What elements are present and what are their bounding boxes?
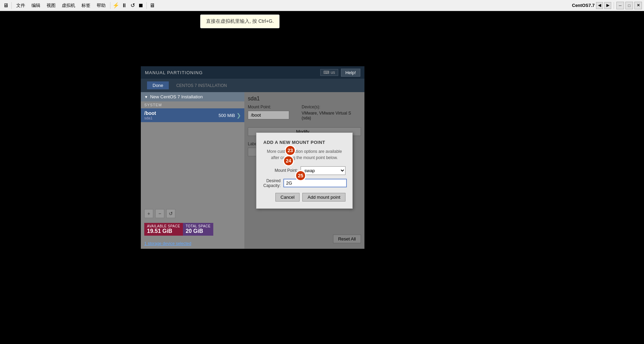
step-badge-23: 23 xyxy=(285,145,296,156)
toolbar-power-icon[interactable]: ⚡ xyxy=(112,2,120,9)
boot-name: /boot xyxy=(144,110,156,116)
dialog-overlay: ADD A NEW MOUNT POINT More customization… xyxy=(244,92,364,249)
available-space-box: AVAILABLE SPACE 19.51 GiB xyxy=(144,223,183,236)
boot-item-left: /boot sda1 xyxy=(144,110,156,120)
refresh-btn[interactable]: ↺ xyxy=(166,209,175,218)
remove-btn[interactable]: − xyxy=(155,209,164,218)
centos-right-label: CENTOS 7 INSTALLATION xyxy=(176,83,227,88)
toolbar-pause-icon[interactable]: ⏸ xyxy=(120,2,128,9)
available-space-label: AVAILABLE SPACE xyxy=(147,224,180,228)
nav-back-btn[interactable]: ◀ xyxy=(596,2,603,9)
total-space-box: TOTAL SPACE 20 GiB xyxy=(183,223,213,236)
dialog-title: ADD A NEW MOUNT POINT xyxy=(263,140,345,145)
right-panel: sda1 Mount Point: Device(s): VMware, VMw… xyxy=(244,92,364,249)
keyboard-icon: ⌨ xyxy=(323,70,329,75)
keyboard-indicator: ⌨ us xyxy=(320,69,338,76)
add-btn[interactable]: + xyxy=(144,209,153,218)
add-mount-point-button[interactable]: Add mount point xyxy=(302,193,345,202)
dialog-desc: More customization options are available… xyxy=(263,148,345,161)
menu-view[interactable]: 视图 xyxy=(44,2,58,9)
dialog-buttons: Cancel Add mount point xyxy=(263,193,345,202)
toolbar-sep-2 xyxy=(110,2,110,9)
menu-tags[interactable]: 标签 xyxy=(79,2,93,9)
chevron-right-icon: ❯ xyxy=(236,112,241,119)
storage-link[interactable]: 1 storage device selected xyxy=(141,239,244,249)
vm-header: MANUAL PARTITIONING ⌨ us Help! xyxy=(141,66,364,79)
toolbar-vm-icon[interactable]: 🖥 xyxy=(148,2,156,9)
total-space-label: TOTAL SPACE xyxy=(186,224,211,228)
system-label: SYSTEM xyxy=(141,101,244,108)
cancel-button[interactable]: Cancel xyxy=(275,193,300,202)
step-badge-25: 25 xyxy=(295,170,306,181)
dialog-capacity-input[interactable] xyxy=(283,179,347,187)
toolbar: 🖥 文件 编辑 视图 虚拟机 标签 帮助 ⚡ ⏸ ↺ ⏹ 🖥 CentOS7.7… xyxy=(0,0,644,11)
vm-header-title: MANUAL PARTITIONING xyxy=(145,70,203,75)
toolbar-icon-left[interactable]: 🖥 xyxy=(2,2,10,9)
menu-vm[interactable]: 虚拟机 xyxy=(59,2,78,9)
menu-file[interactable]: 文件 xyxy=(13,2,28,9)
keyboard-lang: us xyxy=(331,70,335,75)
nav-fwd-btn[interactable]: ▶ xyxy=(604,2,611,9)
boot-device: sda1 xyxy=(144,116,156,120)
boot-partition-item[interactable]: /boot sda1 500 MiB ❯ xyxy=(141,108,244,122)
tooltip: 直接在虚拟机里输入, 按 Ctrl+G. xyxy=(200,14,280,28)
boot-item-right: 500 MiB ❯ xyxy=(218,112,241,119)
help-button[interactable]: Help! xyxy=(341,69,360,77)
boot-size: 500 MiB xyxy=(218,113,235,118)
vm-header-right: ⌨ us Help! xyxy=(320,69,360,77)
done-button[interactable]: Done xyxy=(147,81,169,89)
available-space-value: 19.51 GiB xyxy=(147,228,180,234)
dialog-mount-label: Mount Point: xyxy=(263,168,298,173)
dialog: ADD A NEW MOUNT POINT More customization… xyxy=(256,132,353,209)
vm-content: ▼ New CentOS 7 Installation SYSTEM /boot… xyxy=(141,92,364,249)
toolbar-stop-icon[interactable]: ⏹ xyxy=(137,2,145,9)
menu-edit[interactable]: 编辑 xyxy=(29,2,43,9)
vm-title: CentOS7.7 xyxy=(572,3,595,8)
bottom-controls: + − ↺ xyxy=(141,206,244,221)
toolbar-sep-3 xyxy=(146,2,147,9)
dialog-mount-select[interactable]: swap / /boot /home xyxy=(301,166,345,175)
maximize-btn[interactable]: □ xyxy=(625,2,633,9)
step-badge-24: 24 xyxy=(283,155,294,166)
dialog-capacity-row: Desired Capacity: xyxy=(263,178,345,188)
toolbar-right: CentOS7.7 ◀ ▶ ─ □ ✕ xyxy=(572,2,642,9)
vm-window: MANUAL PARTITIONING ⌨ us Help! Done CENT… xyxy=(141,66,364,235)
space-bar: AVAILABLE SPACE 19.51 GiB TOTAL SPACE 20… xyxy=(141,221,244,239)
menu-help[interactable]: 帮助 xyxy=(94,2,108,9)
minimize-btn[interactable]: ─ xyxy=(616,2,624,9)
toolbar-reset-icon[interactable]: ↺ xyxy=(129,2,136,9)
left-panel: ▼ New CentOS 7 Installation SYSTEM /boot… xyxy=(141,92,244,249)
toolbar-sep-1 xyxy=(11,2,12,9)
new-centos-label: New CentOS 7 Installation xyxy=(150,94,203,99)
collapse-icon: ▼ xyxy=(144,95,148,99)
toolbar-sep-4 xyxy=(614,2,614,9)
close-btn[interactable]: ✕ xyxy=(634,2,642,9)
dialog-capacity-label: Desired Capacity: xyxy=(263,178,281,188)
total-space-value: 20 GiB xyxy=(186,228,211,234)
new-centos-header[interactable]: ▼ New CentOS 7 Installation xyxy=(141,92,244,101)
